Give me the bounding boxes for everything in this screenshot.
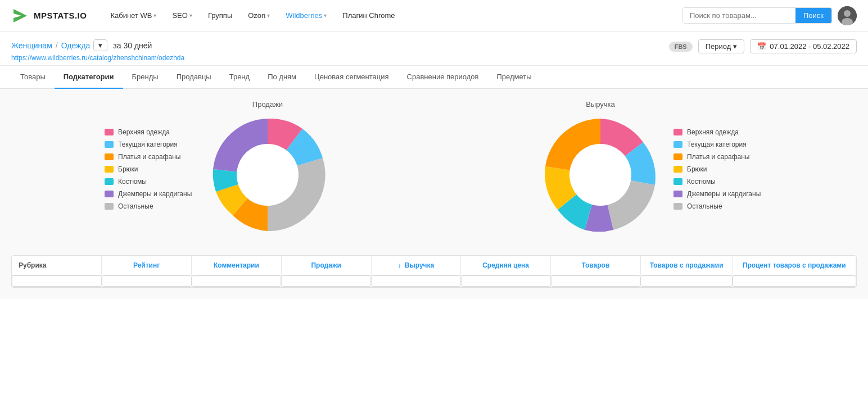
filter-tovarov[interactable] (551, 275, 641, 287)
calendar-icon: 📅 (757, 42, 766, 51)
tab-po-dnyam[interactable]: По дням (259, 66, 305, 89)
table-header-row: Рубрика Рейтинг Комментарии Продажи ↓ Вы… (12, 256, 856, 275)
nav-seo[interactable]: SEO ▾ (165, 8, 198, 23)
period-label: за 30 дней (113, 41, 152, 50)
sales-chart-container: Верхняя одежда Текущая категория Платья … (11, 100, 423, 238)
tab-predmety[interactable]: Предметы (487, 66, 540, 89)
col-vyruchka[interactable]: ↓ Выручка (371, 256, 461, 275)
tab-tsenovaya[interactable]: Ценовая сегментация (305, 66, 398, 89)
filter-prodazhi[interactable] (281, 275, 371, 287)
category-dropdown[interactable]: ▾ (93, 39, 107, 51)
tab-sravnenie[interactable]: Сравнение периодов (398, 66, 488, 89)
legend-color-dzhempery (105, 191, 114, 197)
subcategory-table: Рубрика Рейтинг Комментарии Продажи ↓ Вы… (12, 256, 856, 287)
filter-protsent-input[interactable] (733, 275, 856, 287)
filter-kommentarii-input[interactable] (192, 275, 282, 287)
sales-chart-title: Продажи (206, 100, 329, 108)
legend-item: Джемперы и кардиганы (105, 190, 195, 198)
revenue-legend: Верхняя одежда Текущая категория Платья … (673, 128, 763, 210)
nav-plugin[interactable]: Плагин Chrome (336, 8, 401, 23)
tab-podkategorii[interactable]: Подкатегории (55, 66, 123, 89)
filter-vyruchka-input[interactable] (371, 275, 461, 287)
filter-tovarov-s-prodazhami-input[interactable] (640, 275, 733, 287)
chevron-icon: ▾ (189, 12, 192, 19)
nav-wildberries[interactable]: Wildberries ▾ (279, 8, 333, 23)
col-srednyaya-tsena[interactable]: Средняя цена (461, 256, 551, 275)
header: MPSTATS.IO Кабинет WB ▾ SEO ▾ Группы Ozo… (0, 0, 868, 31)
search-box: Поиск (682, 7, 832, 24)
tab-tovary[interactable]: Товары (11, 66, 55, 89)
filter-vyruchka[interactable] (371, 275, 461, 287)
legend-item: Остальные (105, 202, 195, 210)
logo-icon (11, 7, 29, 25)
avatar[interactable] (838, 6, 857, 25)
filter-rubrika[interactable] (12, 275, 102, 287)
tab-trend[interactable]: Тренд (220, 66, 259, 89)
nav-ozon[interactable]: Ozon ▾ (241, 8, 277, 23)
filter-tovarov-input[interactable] (551, 275, 641, 287)
col-prodazhi[interactable]: Продажи (281, 256, 371, 275)
legend-item: Платья и сарафаны (673, 153, 763, 161)
table-filter-row (12, 275, 856, 287)
sales-legend: Верхняя одежда Текущая категория Платья … (105, 128, 195, 210)
filter-tsena-input[interactable] (461, 275, 551, 287)
revenue-donut-svg (539, 113, 662, 237)
content-area: Верхняя одежда Текущая категория Платья … (0, 89, 868, 299)
col-protsent[interactable]: Процент товаров с продажами (733, 256, 856, 275)
chevron-icon: ▾ (267, 12, 270, 19)
header-right: Поиск (682, 6, 857, 25)
col-rubrika[interactable]: Рубрика (12, 256, 102, 275)
search-input[interactable] (683, 8, 795, 23)
chevron-icon: ▾ (153, 12, 156, 19)
col-reiting[interactable]: Рейтинг (102, 256, 192, 275)
filter-protsent[interactable] (733, 275, 856, 287)
filter-reiting-input[interactable] (102, 275, 192, 287)
legend-color-bryuki (105, 166, 114, 173)
filter-reiting[interactable] (102, 275, 192, 287)
nav-kabinet-wb[interactable]: Кабинет WB ▾ (103, 8, 163, 23)
legend-color-verkh (105, 129, 114, 135)
legend-item: Текущая категория (673, 141, 763, 148)
legend-color-kostyumy (105, 178, 114, 185)
legend-item: Текущая категория (105, 141, 195, 148)
legend-item: Верхняя одежда (673, 128, 763, 136)
col-kommentarii[interactable]: Комментарии (192, 256, 282, 275)
period-button[interactable]: Период ▾ (698, 39, 745, 53)
revenue-chart: Выручка (539, 100, 662, 238)
tab-brendy[interactable]: Бренды (123, 66, 168, 89)
filter-tovarov-s-prodazhami[interactable] (640, 275, 733, 287)
col-tovarov[interactable]: Товаров (551, 256, 641, 275)
sales-donut-svg (206, 113, 329, 237)
breadcrumb: Женщинам / Одежда ▾ за 30 дней (11, 39, 152, 51)
filter-tsena[interactable] (461, 275, 551, 287)
legend-item: Остальные (673, 202, 763, 210)
legend-item: Брюки (105, 165, 195, 173)
filter-kommentarii[interactable] (192, 275, 282, 287)
legend-color-bryuki (673, 166, 682, 173)
legend-color-platya (105, 153, 114, 160)
tabs-bar: Товары Подкатегории Бренды Продавцы Трен… (0, 66, 868, 89)
legend-color-platya (673, 153, 682, 160)
fbs-toggle[interactable]: FBS (669, 42, 693, 52)
nav-gruppy[interactable]: Группы (201, 8, 239, 23)
legend-color-kostyumy (673, 178, 682, 185)
sales-chart: Продажи (206, 100, 329, 238)
col-tovarov-s-prodazhami[interactable]: Товаров с продажами (640, 256, 733, 275)
legend-item: Костюмы (673, 178, 763, 186)
page-header-top: Женщинам / Одежда ▾ за 30 дней FBS Перио… (11, 39, 857, 53)
legend-color-ostalnie (673, 203, 682, 210)
filter-rubrika-input[interactable] (12, 275, 102, 287)
controls-right: FBS Период ▾ 📅 07.01.2022 - 05.02.2022 (669, 39, 857, 53)
tab-prodavtsy[interactable]: Продавцы (168, 66, 220, 89)
category-url[interactable]: https://www.wildberries.ru/catalog/zhens… (11, 54, 184, 62)
search-button[interactable]: Поиск (795, 8, 831, 23)
breadcrumb-clothes[interactable]: Одежда (61, 41, 91, 50)
svg-point-5 (569, 144, 631, 206)
svg-point-2 (844, 10, 851, 17)
fbs-label: FBS (675, 43, 687, 50)
legend-item: Костюмы (105, 178, 195, 186)
date-range-button[interactable]: 📅 07.01.2022 - 05.02.2022 (750, 39, 857, 53)
breadcrumb-women[interactable]: Женщинам (11, 41, 52, 50)
legend-color-verkh (673, 129, 682, 135)
filter-prodazhi-input[interactable] (281, 275, 371, 287)
